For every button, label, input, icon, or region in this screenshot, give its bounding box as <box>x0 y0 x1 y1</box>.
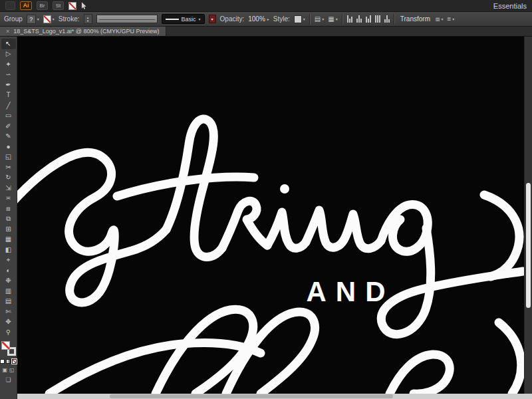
free-transform-tool[interactable]: ⧈ <box>1 203 16 214</box>
mesh-tool[interactable]: ▦ <box>1 235 16 245</box>
more-options-button[interactable]: ≡▾ <box>447 16 454 23</box>
stock-button[interactable]: St <box>53 1 64 10</box>
blend-tool[interactable]: ◐ <box>1 265 16 276</box>
horizontal-scrollbar[interactable] <box>17 394 532 399</box>
color-mode-swatches <box>0 359 17 364</box>
document-setup-button[interactable]: ▤▾ <box>315 16 324 23</box>
close-tab-icon[interactable]: × <box>6 29 9 35</box>
illustrator-logo-text: Ai <box>23 3 29 9</box>
chevron-down-icon: ▾ <box>336 17 338 21</box>
none-color-swatch-icon[interactable] <box>68 2 76 10</box>
align-right-icon[interactable] <box>366 15 371 23</box>
toolbar: ↖▷✦∽✒T╱▭✐✎●◱✂↻⇲≍⧈⧉⊞▦◧⌖◐❉▥▤✄✥⚲ ▣ ◱ ❏ <box>0 37 17 399</box>
fill-color-picker[interactable]: ? ▾ <box>27 15 39 24</box>
arrange-options-button[interactable]: ⧈▾ <box>436 16 443 23</box>
brush-definition-dropdown[interactable]: Basic ▾ <box>162 14 205 24</box>
vertical-scrollbar[interactable] <box>524 37 532 394</box>
transform-panel-button[interactable]: Transform <box>399 15 432 23</box>
artboard-canvas[interactable]: AND <box>17 37 524 394</box>
rotate-tool[interactable]: ↻ <box>1 173 16 184</box>
control-bar: Group ? ▾ ▾ Stroke: ▲▼ Basic ▾ ▾ Opacity… <box>0 12 532 27</box>
hand-tool[interactable]: ✥ <box>1 317 16 328</box>
distribute-horizontal-icon[interactable] <box>375 15 380 23</box>
document-title: 18_S&TS_Logo_v1.ai* @ 800% (CMYK/GPU Pre… <box>13 28 159 35</box>
none-mini-swatch[interactable] <box>12 359 17 364</box>
opacity-input[interactable]: 100% ▸ <box>248 15 269 23</box>
width-profile-preview[interactable] <box>96 15 158 23</box>
scale-tool[interactable]: ⇲ <box>1 183 16 194</box>
perspective-grid-tool[interactable]: ⊞ <box>1 224 16 235</box>
illustrator-logo-icon: Ai <box>20 1 32 10</box>
selection-tool[interactable]: ↖ <box>1 39 16 49</box>
bridge-button[interactable]: Br <box>37 1 48 10</box>
divider <box>394 14 395 25</box>
chevron-down-icon: ▾ <box>441 17 443 21</box>
zoom-tool[interactable]: ⚲ <box>1 327 16 338</box>
pencil-tool[interactable]: ✎ <box>1 132 16 142</box>
divider <box>309 14 311 25</box>
eyedropper-tool[interactable]: ⌖ <box>1 255 16 266</box>
selection-type-label: Group <box>4 15 23 23</box>
chevron-down-icon: ▾ <box>452 17 454 21</box>
align-left-icon[interactable] <box>347 15 352 23</box>
screen-mode-button[interactable]: ❏ <box>5 377 11 383</box>
app-switcher-icon[interactable] <box>5 1 15 10</box>
illustrator-window: Ai Br St Essentials Group ? ▾ ▾ Stroke: … <box>0 0 532 399</box>
align-center-icon[interactable] <box>356 15 362 23</box>
fill-swatch[interactable]: ? <box>27 15 36 24</box>
stroke-label: Stroke: <box>59 15 80 23</box>
preferences-button[interactable]: ▦▾ <box>328 16 337 23</box>
lasso-tool[interactable]: ∽ <box>1 70 16 80</box>
chevron-down-icon: ▾ <box>37 17 39 21</box>
column-graph-tool[interactable]: ▥ <box>1 286 16 297</box>
blob-brush-tool[interactable]: ● <box>1 142 16 152</box>
divider <box>342 14 343 25</box>
stroke-color-picker[interactable]: ▾ <box>43 15 55 23</box>
paintbrush-tool[interactable]: ✐ <box>1 121 16 132</box>
eraser-tool[interactable]: ◱ <box>1 152 16 163</box>
shape-builder-tool[interactable]: ⧉ <box>1 214 16 225</box>
chevron-down-icon: ▾ <box>322 17 324 21</box>
opacity-label: Opacity: <box>220 15 245 23</box>
script-word-top <box>17 119 523 334</box>
color-mini-swatch[interactable] <box>0 359 5 364</box>
direct-selection-tool[interactable]: ▷ <box>1 49 16 60</box>
chevron-down-icon: ▾ <box>53 17 55 21</box>
workspace-switcher[interactable]: Essentials <box>493 2 527 10</box>
brush-name-label: Basic <box>182 16 196 23</box>
line-segment-tool[interactable]: ╱ <box>1 100 16 111</box>
horizontal-scrollbar-thumb[interactable] <box>110 394 393 398</box>
graphic-style-dropdown[interactable]: ▾ <box>294 15 305 23</box>
symbol-sprayer-tool[interactable]: ❉ <box>1 276 16 287</box>
fill-stroke-proxy[interactable] <box>1 341 16 356</box>
application-bar: Ai Br St Essentials <box>0 0 532 12</box>
distribute-vertical-icon[interactable] <box>384 15 390 23</box>
step-down-icon[interactable]: ▼ <box>86 19 89 23</box>
draw-behind-icon[interactable]: ◱ <box>9 368 15 373</box>
main-area: ↖▷✦∽✒T╱▭✐✎●◱✂↻⇲≍⧈⧉⊞▦◧⌖◐❉▥▤✄✥⚲ ▣ ◱ ❏ <box>0 37 532 399</box>
stroke-weight-stepper[interactable]: ▲▼ <box>84 14 92 24</box>
vertical-scrollbar-thumb[interactable] <box>526 183 531 308</box>
slice-tool[interactable]: ✄ <box>1 307 16 317</box>
draw-normal-icon[interactable]: ▣ <box>2 368 7 373</box>
canvas-area: AND <box>17 37 532 399</box>
document-tab[interactable]: × 18_S&TS_Logo_v1.ai* @ 800% (CMYK/GPU P… <box>0 27 166 36</box>
pointer-cursor-icon <box>81 2 87 10</box>
gradient-mini-swatch[interactable] <box>6 359 11 364</box>
stroke-none-swatch-icon[interactable] <box>43 15 51 23</box>
script-word-bottom-partial <box>49 309 521 394</box>
artboard-tool[interactable]: ▤ <box>1 297 16 307</box>
fill-proxy-swatch[interactable] <box>1 341 10 350</box>
gradient-tool[interactable]: ◧ <box>1 245 16 255</box>
style-swatch-icon <box>294 15 302 23</box>
width-tool[interactable]: ≍ <box>1 194 16 204</box>
rectangle-tool[interactable]: ▭ <box>1 111 16 122</box>
magic-wand-tool[interactable]: ✦ <box>1 59 16 70</box>
type-tool[interactable]: T <box>1 90 16 101</box>
document-tab-bar: × 18_S&TS_Logo_v1.ai* @ 800% (CMYK/GPU P… <box>0 27 532 37</box>
tools-container: ↖▷✦∽✒T╱▭✐✎●◱✂↻⇲≍⧈⧉⊞▦◧⌖◐❉▥▤✄✥⚲ <box>1 39 16 338</box>
scissors-tool[interactable]: ✂ <box>1 162 16 173</box>
pen-tool[interactable]: ✒ <box>1 80 16 90</box>
brush-options-button[interactable]: ▾ <box>209 15 216 23</box>
and-text: AND <box>307 276 395 307</box>
